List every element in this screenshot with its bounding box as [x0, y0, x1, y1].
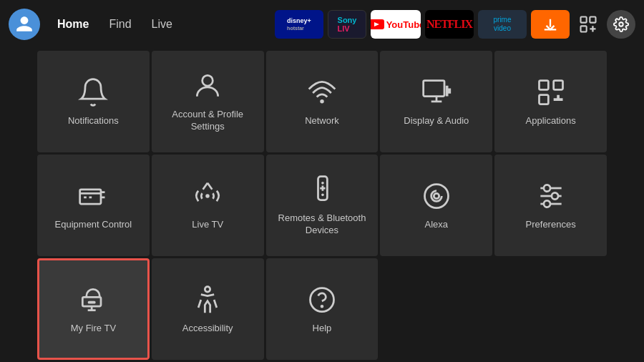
grid-item-preferences[interactable]: Preferences	[494, 155, 607, 256]
grid-item-live-tv[interactable]: Live TV	[152, 155, 264, 256]
nav-live[interactable]: Live	[143, 14, 181, 35]
grid-item-help[interactable]: Help	[266, 258, 379, 360]
grid-item-empty-1	[380, 258, 492, 360]
svg-point-12	[205, 194, 210, 198]
app-disney-plus[interactable]: disney+hotstar	[275, 10, 323, 39]
accessibility-label: Accessibility	[182, 323, 233, 335]
settings-grid: Notifications Account & Profile Settings…	[0, 49, 644, 362]
svg-point-32	[321, 305, 323, 307]
app-netflix[interactable]: NETFLIX	[425, 10, 474, 39]
svg-point-19	[434, 193, 439, 198]
equipment-control-label: Equipment Control	[55, 219, 132, 231]
grid-item-empty-2	[494, 258, 607, 360]
help-label: Help	[313, 323, 332, 335]
svg-marker-0	[374, 22, 379, 26]
nav-find[interactable]: Find	[100, 14, 140, 35]
notifications-label: Notifications	[68, 115, 119, 127]
alexa-label: Alexa	[425, 219, 449, 231]
remotes-bluetooth-label: Remotes & Bluetooth Devices	[272, 212, 373, 237]
svg-rect-3	[581, 26, 587, 31]
topbar: Home Find Live disney+hotstar SonyLIV Yo…	[0, 0, 644, 49]
svg-point-23	[544, 185, 550, 191]
my-fire-tv-label: My Fire TV	[71, 323, 116, 335]
svg-point-25	[544, 200, 550, 207]
svg-rect-10	[539, 94, 548, 104]
grid-item-equipment-control[interactable]: Equipment Control	[37, 155, 150, 256]
app-prime-video[interactable]: primevideo	[478, 10, 527, 39]
grid-item-account-profile[interactable]: Account & Profile Settings	[152, 51, 264, 152]
svg-rect-2	[590, 17, 595, 23]
network-label: Network	[305, 115, 339, 127]
nav-home[interactable]: Home	[49, 14, 97, 35]
preferences-label: Preferences	[526, 219, 576, 231]
grid-item-accessibility[interactable]: Accessibility	[152, 258, 264, 360]
grid-item-my-fire-tv[interactable]: My Fire TV	[37, 258, 150, 360]
svg-point-14	[321, 182, 324, 185]
app-downloader[interactable]	[531, 10, 570, 39]
app-sony-liv[interactable]: SonyLIV	[328, 10, 366, 39]
grid-item-alexa[interactable]: Alexa	[380, 155, 492, 256]
svg-point-17	[321, 194, 324, 197]
app-youtube[interactable]: YouTube	[371, 10, 421, 39]
settings-gear-icon[interactable]	[607, 10, 635, 39]
grid-item-display-audio[interactable]: Display & Audio	[380, 51, 492, 152]
svg-rect-1	[581, 17, 587, 23]
svg-rect-27	[88, 300, 96, 303]
svg-rect-9	[553, 80, 562, 89]
svg-point-4	[619, 22, 623, 26]
avatar[interactable]	[9, 9, 40, 40]
svg-rect-8	[539, 80, 548, 89]
grid-item-notifications[interactable]: Notifications	[37, 51, 150, 152]
app-grid-icon[interactable]	[574, 10, 602, 39]
svg-point-24	[552, 192, 558, 199]
svg-point-31	[310, 288, 333, 311]
grid-item-remotes-bluetooth[interactable]: Remotes & Bluetooth Devices	[266, 155, 379, 256]
live-tv-label: Live TV	[192, 219, 223, 231]
applications-label: Applications	[526, 115, 576, 127]
top-apps: disney+hotstar SonyLIV YouTube NETFLIX p…	[275, 10, 635, 39]
display-audio-label: Display & Audio	[404, 115, 469, 127]
svg-point-5	[203, 75, 213, 86]
svg-point-18	[424, 184, 448, 207]
svg-rect-7	[423, 80, 444, 96]
svg-point-30	[205, 286, 210, 291]
grid-item-network[interactable]: Network	[266, 51, 379, 152]
grid-item-applications[interactable]: Applications	[494, 51, 607, 152]
nav-links: Home Find Live	[49, 14, 181, 35]
account-profile-label: Account & Profile Settings	[157, 109, 258, 133]
svg-point-6	[320, 99, 324, 104]
